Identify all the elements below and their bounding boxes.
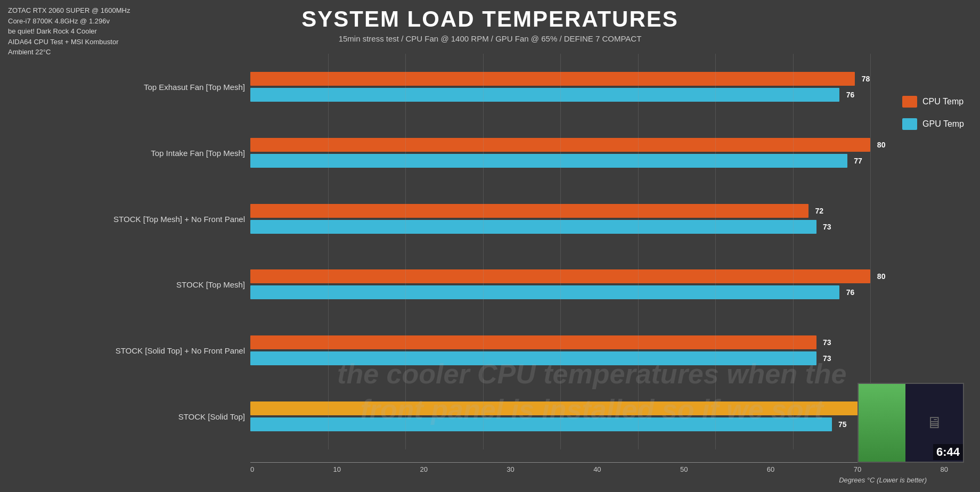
gpu-bar-row: 75 [250, 417, 948, 431]
grid-line [405, 54, 406, 449]
grid-line [715, 54, 716, 449]
x-tick: 10 [333, 465, 341, 473]
cpu-bar-value: 72 [815, 207, 823, 215]
chart-title: SYSTEM LOAD TEMPERATURES [0, 6, 980, 32]
cpu-info: Core-i7 8700K 4.8GHz @ 1.296v [8, 16, 130, 27]
chart-header: SYSTEM LOAD TEMPERATURES 15min stress te… [0, 0, 980, 43]
bar-label: Top Intake Fan [Top Mesh] [5, 148, 245, 157]
cooler-info: be quiet! Dark Rock 4 Cooler [8, 26, 130, 37]
gpu-bar-value: 76 [846, 91, 855, 99]
video-green-panel [859, 384, 905, 462]
gpu-bar: 76 [250, 88, 839, 102]
bar-group: STOCK [Solid Top] + No Front Panel7373 [250, 335, 948, 365]
cpu-bar: 78 [250, 72, 855, 86]
x-tick: 30 [507, 465, 514, 473]
video-timestamp: 6:44 [933, 444, 963, 460]
bar-group: STOCK [Top Mesh]8076 [250, 269, 948, 299]
gpu-bar-value: 77 [854, 157, 862, 165]
video-pc-graphic: 🖥 [926, 414, 942, 432]
bar-label: STOCK [Top Mesh] + No Front Panel [5, 214, 245, 223]
cpu-bar: 72 [250, 204, 808, 218]
gpu-bar: 75 [250, 417, 832, 431]
cpu-bar-row: 80 [250, 269, 948, 283]
x-tick: 20 [420, 465, 427, 473]
cpu-bar-row: 84 [250, 401, 948, 415]
cpu-bar-value: 80 [877, 141, 886, 149]
gpu-bar: 77 [250, 154, 847, 168]
x-axis-label: Degrees °C (Lower is better) [839, 476, 927, 484]
gpu-bar-value: 73 [823, 354, 831, 363]
gpu-info: ZOTAC RTX 2060 SUPER @ 1600MHz [8, 5, 130, 16]
x-tick: 50 [680, 465, 688, 473]
bar-group: Top Exhasut Fan [Top Mesh]7876 [250, 72, 948, 102]
gpu-bar-row: 76 [250, 88, 948, 102]
bar-group: STOCK [Solid Top]8475 [250, 401, 948, 431]
main-container: ZOTAC RTX 2060 SUPER @ 1600MHz Core-i7 8… [0, 0, 980, 492]
x-tick: 80 [941, 465, 948, 473]
x-tick: 70 [854, 465, 861, 473]
bar-label: STOCK [Solid Top] + No Front Panel [5, 346, 245, 355]
bar-label: STOCK [Solid Top] [5, 412, 245, 421]
gpu-bar-row: 73 [250, 220, 948, 234]
gpu-bar-row: 73 [250, 351, 948, 365]
x-tick: 0 [250, 465, 254, 473]
cpu-bar-value: 80 [877, 272, 886, 281]
bars-section: Top Exhasut Fan [Top Mesh]7876Top Intake… [250, 54, 948, 449]
x-tick: 60 [767, 465, 774, 473]
x-axis [250, 462, 948, 463]
gpu-bar-value: 75 [838, 420, 847, 429]
gpu-bar-row: 76 [250, 285, 948, 299]
gpu-bar-value: 73 [823, 223, 831, 231]
gpu-bar: 73 [250, 351, 816, 365]
grid-line [328, 54, 329, 449]
bar-label: STOCK [Top Mesh] [5, 280, 245, 289]
grid-line [483, 54, 484, 449]
chart-area: Top Exhasut Fan [Top Mesh]7876Top Intake… [0, 43, 980, 492]
cpu-bar: 73 [250, 335, 816, 349]
cpu-bar: 84 [250, 401, 902, 415]
gpu-bar: 73 [250, 220, 816, 234]
bar-group: Top Intake Fan [Top Mesh]8077 [250, 138, 948, 168]
cpu-bar-value: 73 [823, 338, 831, 347]
chart-subtitle: 15min stress test / CPU Fan @ 1400 RPM /… [0, 34, 980, 43]
gpu-bar-value: 76 [846, 288, 855, 297]
gpu-bar: 76 [250, 285, 839, 299]
cpu-bar-row: 72 [250, 204, 948, 218]
grid-line [793, 54, 794, 449]
cpu-bar-row: 80 [250, 138, 948, 152]
x-tick: 40 [593, 465, 601, 473]
grid-line [638, 54, 639, 449]
gpu-bar-row: 77 [250, 154, 948, 168]
x-ticks: 01020304050607080 [250, 465, 948, 473]
bar-group: STOCK [Top Mesh] + No Front Panel7273 [250, 204, 948, 234]
cpu-bar-row: 78 [250, 72, 948, 86]
cpu-bar-row: 73 [250, 335, 948, 349]
grid-line [560, 54, 561, 449]
bar-label: Top Exhasut Fan [Top Mesh] [5, 82, 245, 91]
cpu-bar-value: 78 [862, 75, 870, 83]
